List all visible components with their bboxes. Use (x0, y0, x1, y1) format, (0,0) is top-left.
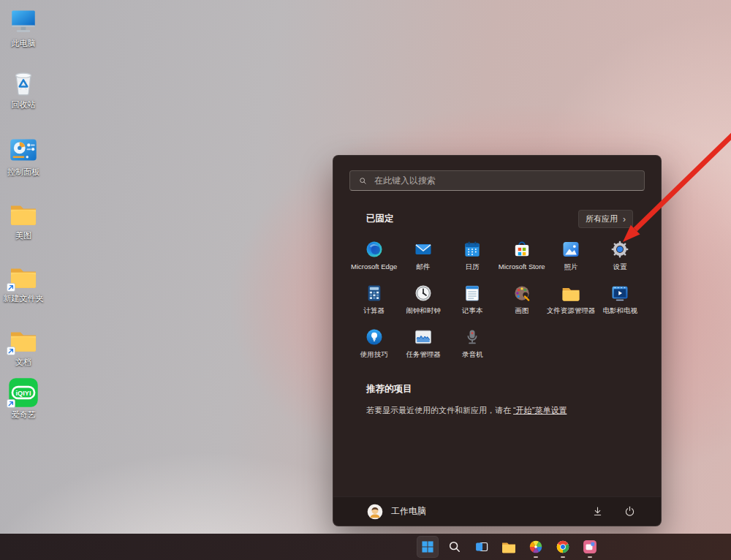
start-button[interactable] (417, 536, 439, 558)
pinned-app-label: 日历 (466, 262, 480, 272)
tips-icon (364, 327, 385, 347)
shortcut-arrow-icon (7, 399, 15, 408)
pinned-app-label: 电影和电视 (603, 306, 638, 316)
calculator-icon (364, 283, 385, 303)
pinned-app-label: 计算器 (363, 306, 385, 316)
pinned-header: 已固定 (366, 213, 394, 225)
all-apps-label: 所有应用 (586, 213, 618, 224)
calendar-icon (462, 239, 482, 260)
user-avatar[interactable] (367, 504, 383, 520)
pinned-app-calendar[interactable]: 日历 (448, 234, 497, 278)
pinned-app-taskmgr[interactable]: 任务管理器 (398, 322, 447, 366)
pinned-app-settings[interactable]: 设置 (596, 234, 645, 278)
mail-icon (413, 239, 433, 260)
pinwheel-icon (528, 539, 544, 555)
user-name[interactable]: 工作电脑 (391, 505, 426, 518)
search-button[interactable] (444, 536, 466, 558)
taskview-icon (474, 539, 490, 555)
chrome-browser[interactable] (552, 536, 574, 558)
this-pc-icon (8, 6, 39, 37)
pinned-app-tips[interactable]: 使用技巧 (349, 322, 398, 366)
pinned-app-photos[interactable]: 照片 (546, 234, 595, 278)
control-panel-icon (8, 135, 39, 165)
recorder-icon (462, 327, 482, 347)
chevron-right-icon: › (623, 215, 626, 224)
power-button[interactable] (620, 502, 639, 521)
chrome-icon (555, 539, 571, 555)
folder-icon (501, 539, 517, 555)
photos-icon (561, 239, 581, 260)
desktop-icon-label: 此电脑 (2, 39, 45, 48)
pinned-app-label: 记事本 (462, 306, 483, 316)
desktop-icon-label: 新建文件夹 (2, 294, 45, 303)
folder-icon (8, 325, 39, 355)
start-menu-footer: 工作电脑 (333, 496, 661, 526)
pinned-app-paint[interactable]: 画图 (497, 278, 546, 322)
desktop-icon-label: 爱奇艺 (2, 410, 45, 420)
media-app[interactable] (579, 536, 601, 558)
desktop-icon-folder-4[interactable]: 新建文件夹 (2, 261, 45, 303)
store-icon (512, 239, 532, 260)
download-icon (591, 504, 605, 518)
pinned-app-label: 照片 (564, 262, 577, 272)
search-icon (358, 176, 368, 186)
folder-icon (8, 198, 39, 229)
download-button[interactable] (588, 502, 607, 521)
task-view-button[interactable] (471, 536, 493, 558)
desktop-icon-label: 回收站 (2, 100, 45, 110)
pinned-app-label: 设置 (613, 262, 627, 272)
power-icon (623, 504, 637, 518)
pinned-app-label: Microsoft Edge (351, 262, 397, 270)
desktop-icon-iqiyi-6[interactable]: 爱奇艺 (2, 377, 45, 420)
edge-icon (364, 239, 385, 260)
desktop-icon-this-pc-0[interactable]: 此电脑 (2, 6, 45, 48)
shortcut-arrow-icon (7, 347, 15, 355)
pinned-app-label: 使用技巧 (360, 350, 388, 360)
shortcut-arrow-icon (7, 283, 15, 292)
pinned-app-notepad[interactable]: 记事本 (448, 278, 497, 322)
search-input[interactable] (374, 175, 636, 186)
pinned-app-label: 闹钟和时钟 (406, 306, 441, 316)
start-icon (420, 539, 436, 555)
taskbar-icon-group (417, 534, 601, 560)
desktop-icon-control-panel-2[interactable]: 控制面板 (2, 135, 45, 177)
pinned-app-movies[interactable]: 电影和电视 (596, 278, 645, 322)
desktop-icon-folder-5[interactable]: 文档 (2, 325, 45, 367)
recommended-text: 若要显示最近使用的文件和新应用，请在 “开始”菜单设置 (366, 405, 628, 416)
pinned-app-folder[interactable]: 文件资源管理器 (546, 278, 595, 322)
start-menu-settings-link[interactable]: “开始”菜单设置 (513, 406, 567, 415)
recommended-header: 推荐的项目 (366, 383, 628, 396)
pinned-app-label: 画图 (515, 306, 529, 316)
start-menu-panel: 已固定 所有应用 › Microsoft Edge邮件日历Microsoft S… (333, 155, 662, 526)
pinkapp-icon (582, 539, 598, 555)
pinned-app-clock[interactable]: 闹钟和时钟 (398, 278, 447, 322)
color-wheel-app[interactable] (525, 536, 547, 558)
desktop-icon-label: 文档 (2, 357, 45, 367)
desktop-icon-folder-3[interactable]: 美图 (2, 198, 45, 241)
search-box[interactable] (349, 170, 645, 191)
clock-icon (413, 283, 433, 303)
desktop-icon-recycle-bin-1[interactable]: 回收站 (2, 67, 45, 110)
taskmgr-icon (413, 327, 433, 347)
movies-icon (610, 283, 630, 303)
pinned-app-recorder[interactable]: 录音机 (448, 322, 497, 366)
pinned-app-store[interactable]: Microsoft Store (497, 234, 546, 278)
all-apps-button[interactable]: 所有应用 › (578, 210, 633, 228)
pinned-app-calculator[interactable]: 计算器 (349, 278, 398, 322)
iqiyi-icon (8, 377, 39, 408)
search-row (333, 156, 661, 191)
pinned-app-label: 任务管理器 (406, 350, 441, 360)
paint-icon (512, 283, 532, 303)
pinned-app-mail[interactable]: 邮件 (398, 234, 447, 278)
folder-icon (8, 261, 39, 292)
desktop-icon-label: 控制面板 (2, 167, 45, 177)
file-explorer-button[interactable] (498, 536, 520, 558)
pinned-app-edge[interactable]: Microsoft Edge (349, 234, 398, 278)
recycle-bin-icon (8, 67, 39, 98)
pinned-app-grid: Microsoft Edge邮件日历Microsoft Store照片设置计算器… (333, 234, 661, 366)
search-icon (447, 539, 463, 555)
running-indicator (588, 556, 592, 559)
recommended-text-plain: 若要显示最近使用的文件和新应用，请在 (366, 406, 513, 415)
pinned-app-label: 录音机 (462, 350, 483, 360)
pinned-app-label: 文件资源管理器 (547, 306, 596, 316)
